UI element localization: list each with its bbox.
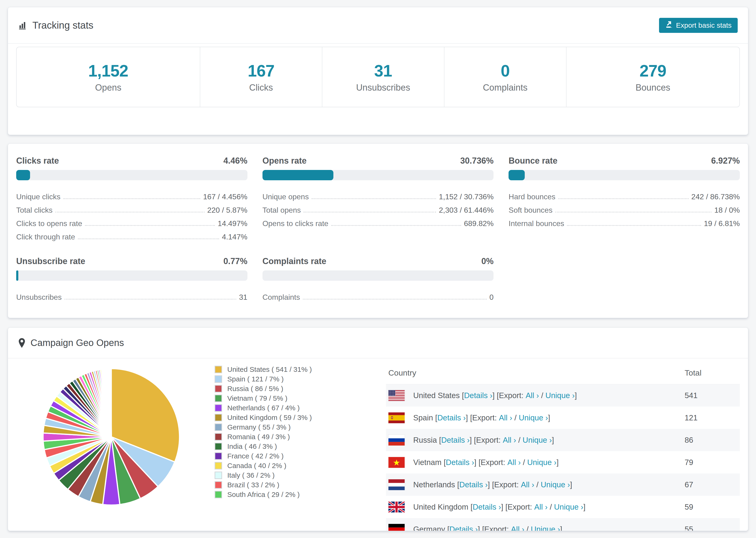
legend-item[interactable]: Italy ( 36 / 2% ) bbox=[215, 470, 386, 480]
bracket-close: ] bbox=[493, 391, 495, 400]
rate-title: Opens rate bbox=[262, 156, 307, 166]
details-link[interactable]: Details › bbox=[441, 436, 469, 445]
detail-label: Opens to clicks rate bbox=[262, 219, 328, 228]
rate-percent: 30.736% bbox=[460, 156, 494, 166]
bracket-close2: ] bbox=[557, 458, 559, 467]
dotted-leader bbox=[311, 198, 436, 199]
detail-value: 31 bbox=[239, 293, 247, 301]
bracket: [ bbox=[439, 436, 441, 445]
details-link[interactable]: Details › bbox=[449, 525, 478, 531]
legend-swatch bbox=[215, 462, 222, 469]
export-unique-link[interactable]: Unique › bbox=[545, 391, 575, 400]
geo-table-header: Country Total bbox=[386, 362, 740, 384]
export-unique-link[interactable]: Unique › bbox=[554, 503, 583, 511]
export-unique-link[interactable]: Unique › bbox=[531, 525, 560, 531]
stat-value: 1,152 bbox=[88, 62, 128, 80]
details-link[interactable]: Details › bbox=[446, 458, 474, 467]
export-unique-link[interactable]: Unique › bbox=[523, 436, 552, 445]
us-flag-icon bbox=[388, 390, 405, 401]
pie-slice bbox=[111, 368, 111, 437]
export-basic-stats-button[interactable]: Export basic stats bbox=[659, 18, 738, 33]
rate-detail-row: Unique clicks 167 / 4.456% bbox=[16, 188, 247, 201]
legend-label: Canada ( 40 / 2% ) bbox=[227, 462, 287, 470]
export-all-link[interactable]: All › bbox=[499, 413, 512, 422]
stat-box: 167 Clicks bbox=[200, 47, 322, 107]
legend-swatch bbox=[215, 481, 222, 489]
de-flag-icon bbox=[388, 524, 405, 531]
stat-box: 0 Complaints bbox=[444, 47, 566, 107]
export-unique-link[interactable]: Unique › bbox=[541, 480, 570, 489]
country-cell: Netherlands [Details ›] [Export: All › /… bbox=[413, 480, 685, 489]
country-cell: United States [Details ›] [Export: All ›… bbox=[413, 391, 685, 400]
rate-detail-row: Soft bounces 18 / 0% bbox=[509, 201, 740, 215]
table-row: Germany [Details ›] [Export: All › / Uni… bbox=[386, 518, 740, 531]
detail-value: 2,303 / 61.446% bbox=[439, 206, 494, 215]
legend-item[interactable]: Romania ( 49 / 3% ) bbox=[215, 432, 386, 442]
country-cell: Germany [Details ›] [Export: All › / Uni… bbox=[413, 525, 685, 531]
dotted-leader bbox=[65, 299, 236, 299]
country-name: Germany bbox=[413, 525, 445, 531]
rate-title: Clicks rate bbox=[16, 156, 59, 166]
stat-label: Opens bbox=[95, 82, 121, 93]
rate-percent: 0.77% bbox=[224, 256, 247, 266]
legend-item[interactable]: Netherlands ( 67 / 4% ) bbox=[215, 403, 386, 413]
bracket-close2: ] bbox=[583, 503, 585, 511]
export-unique-link[interactable]: Unique › bbox=[527, 458, 557, 467]
detail-label: Unique opens bbox=[262, 192, 309, 201]
bracket-close: ] bbox=[488, 480, 490, 489]
export-all-link[interactable]: All › bbox=[521, 480, 534, 489]
slash: / bbox=[536, 480, 539, 489]
export-all-link[interactable]: All › bbox=[534, 503, 548, 511]
rate-detail-row: Unique opens 1,152 / 30.736% bbox=[262, 188, 494, 201]
legend-item[interactable]: South Africa ( 29 / 2% ) bbox=[215, 490, 386, 499]
geo-title-wrap: Campaign Geo Opens bbox=[18, 338, 124, 348]
progress-bar-track bbox=[509, 170, 740, 180]
export-all-link[interactable]: All › bbox=[526, 391, 539, 400]
detail-label: Clicks to opens rate bbox=[16, 219, 82, 228]
details-link[interactable]: Details › bbox=[464, 391, 492, 400]
details-link[interactable]: Details › bbox=[437, 413, 466, 422]
legend-item[interactable]: United States ( 541 / 31% ) bbox=[215, 364, 386, 374]
export-icon bbox=[665, 21, 673, 30]
export-label: [Export: bbox=[482, 525, 509, 531]
rate-detail-row: Total opens 2,303 / 61.446% bbox=[262, 201, 494, 215]
legend-item[interactable]: France ( 42 / 2% ) bbox=[215, 451, 386, 461]
table-row: Netherlands [Details ›] [Export: All › /… bbox=[386, 473, 740, 496]
export-label: [Export: bbox=[506, 503, 532, 511]
export-all-link[interactable]: All › bbox=[503, 436, 516, 445]
legend-item[interactable]: India ( 46 / 3% ) bbox=[215, 442, 386, 451]
legend-item[interactable]: Brazil ( 33 / 2% ) bbox=[215, 480, 386, 490]
legend-item[interactable]: Canada ( 40 / 2% ) bbox=[215, 461, 386, 470]
legend-item[interactable]: Germany ( 55 / 3% ) bbox=[215, 422, 386, 432]
details-link[interactable]: Details › bbox=[459, 480, 488, 489]
country-name: United States bbox=[413, 391, 460, 400]
dotted-leader bbox=[55, 212, 204, 212]
dotted-leader bbox=[78, 239, 219, 239]
tracking-stats-title: Tracking stats bbox=[18, 20, 93, 31]
export-unique-link[interactable]: Unique › bbox=[519, 413, 548, 422]
bar-chart-icon bbox=[18, 21, 28, 30]
tracking-stats-card: Tracking stats Export basic stats 1,152 … bbox=[8, 7, 748, 135]
legend-item[interactable]: Russia ( 86 / 5% ) bbox=[215, 384, 386, 394]
country-name: Russia bbox=[413, 436, 437, 445]
progress-bar-fill bbox=[262, 170, 333, 180]
legend-label: Russia ( 86 / 5% ) bbox=[227, 385, 283, 393]
legend-label: United Kingdom ( 59 / 3% ) bbox=[227, 413, 312, 422]
legend-swatch bbox=[215, 433, 222, 441]
legend-item[interactable]: Spain ( 121 / 7% ) bbox=[215, 374, 386, 384]
details-link[interactable]: Details › bbox=[473, 503, 501, 511]
legend-label: France ( 42 / 2% ) bbox=[227, 452, 284, 460]
export-all-link[interactable]: All › bbox=[507, 458, 521, 467]
bracket: [ bbox=[447, 525, 449, 531]
detail-value: 1,152 / 30.736% bbox=[439, 192, 494, 201]
legend-item[interactable]: Vietnam ( 79 / 5% ) bbox=[215, 394, 386, 403]
geo-table: Country Total United States [Details ›] … bbox=[386, 362, 740, 531]
export-all-link[interactable]: All › bbox=[511, 525, 524, 531]
rate-percent: 0% bbox=[481, 256, 494, 266]
detail-label: Unsubscribes bbox=[16, 293, 62, 301]
total-cell: 86 bbox=[685, 436, 740, 445]
detail-label: Total opens bbox=[262, 206, 301, 215]
gb-flag-icon bbox=[388, 502, 405, 512]
legend-item[interactable]: United Kingdom ( 59 / 3% ) bbox=[215, 413, 386, 422]
detail-label: Unique clicks bbox=[16, 192, 61, 201]
